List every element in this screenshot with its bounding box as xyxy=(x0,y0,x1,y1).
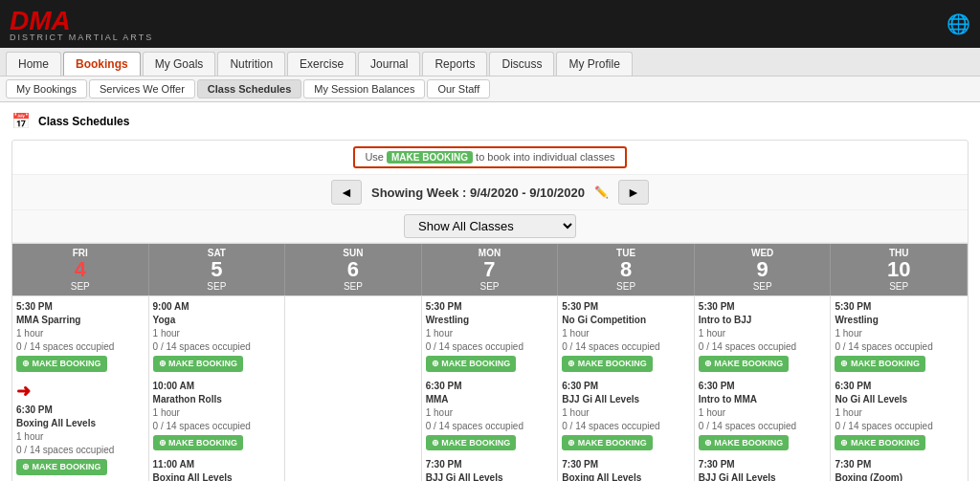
make-booking-button[interactable]: MAKE BOOKING xyxy=(699,435,790,451)
class-item: 11:00 AM Boxing All Levels 1 hour 0 / 14… xyxy=(153,458,281,481)
make-booking-button[interactable]: MAKE BOOKING xyxy=(16,356,107,372)
class-item: 7:30 PM Boxing (Zoom) 1 hour 0 / 14 spac… xyxy=(835,458,964,481)
month-abbr: SEP xyxy=(560,281,692,292)
class-item: 7:30 PM BJJ Gi All Levels 1 hour 0 / 14 … xyxy=(426,458,554,481)
main-nav-item-nutrition[interactable]: Nutrition xyxy=(217,52,285,76)
main-nav-item-bookings[interactable]: Bookings xyxy=(63,52,141,76)
make-booking-button[interactable]: MAKE BOOKING xyxy=(835,356,925,372)
make-booking-button[interactable]: MAKE BOOKING xyxy=(562,356,653,372)
class-name: BJJ Gi All Levels xyxy=(699,471,827,481)
class-duration: 1 hour xyxy=(835,327,964,340)
class-time: 6:30 PM xyxy=(562,380,690,393)
day-number: 6 xyxy=(287,258,419,281)
class-name: MMA Sparring xyxy=(16,314,145,327)
class-name: Wrestling xyxy=(835,314,964,327)
class-name: Intro to MMA xyxy=(699,393,827,406)
class-name: MMA xyxy=(426,393,554,406)
main-nav-item-discuss[interactable]: Discuss xyxy=(489,52,554,76)
calendar-body: 5:30 PM MMA Sparring 1 hour 0 / 14 space… xyxy=(12,295,968,481)
class-name: Yoga xyxy=(153,314,281,327)
class-spaces: 0 / 14 spaces occupied xyxy=(153,420,281,433)
main-nav-item-my-goals[interactable]: My Goals xyxy=(143,52,216,76)
make-booking-button[interactable]: MAKE BOOKING xyxy=(426,435,517,451)
main-nav-item-exercise[interactable]: Exercise xyxy=(287,52,356,76)
class-time: 5:30 PM xyxy=(562,300,690,314)
class-name: BJJ Gi All Levels xyxy=(426,471,554,481)
red-arrow-indicator: ➜ xyxy=(16,380,31,404)
class-item: ➜ 6:30 PM Boxing All Levels 1 hour 0 / 1… xyxy=(16,380,145,475)
class-item: 9:00 AM Yoga 1 hour 0 / 14 spaces occupi… xyxy=(153,300,281,372)
class-name: Wrestling xyxy=(426,314,554,327)
month-abbr: SEP xyxy=(424,281,556,292)
class-filter-select[interactable]: Show All Classes xyxy=(404,214,576,238)
class-item: 6:30 PM MMA 1 hour 0 / 14 spaces occupie… xyxy=(426,380,554,451)
make-booking-badge: MAKE BOOKING xyxy=(387,151,473,164)
class-time: 6:30 PM xyxy=(835,380,964,393)
page-title-row: 📅 Class Schedules xyxy=(11,112,969,130)
main-nav: HomeBookingsMy GoalsNutritionExerciseJou… xyxy=(0,48,980,77)
class-time: 7:30 PM xyxy=(426,458,554,471)
class-name: Boxing All Levels xyxy=(16,417,145,430)
class-spaces: 0 / 14 spaces occupied xyxy=(426,420,554,433)
class-name: No Gi Competition xyxy=(562,314,690,327)
make-booking-button[interactable]: MAKE BOOKING xyxy=(16,459,107,475)
main-nav-item-journal[interactable]: Journal xyxy=(358,52,420,76)
logo-full: DISTRICT MARTIAL ARTS xyxy=(10,33,153,42)
make-booking-button[interactable]: MAKE BOOKING xyxy=(153,435,244,451)
day-header-thu: THU 10 SEP xyxy=(831,244,968,295)
calendar-container: Use MAKE BOOKING to book into individual… xyxy=(11,140,969,481)
class-item: 6:30 PM No Gi All Levels 1 hour 0 / 14 s… xyxy=(835,380,964,451)
class-time: 7:30 PM xyxy=(835,458,964,471)
notice-text: Use xyxy=(365,151,384,163)
make-booking-button[interactable]: MAKE BOOKING xyxy=(699,356,790,372)
class-time: 5:30 PM xyxy=(16,300,145,314)
prev-week-button[interactable]: ◄ xyxy=(331,180,362,205)
make-booking-button[interactable]: MAKE BOOKING xyxy=(835,435,925,451)
day-cell-sat: 9:00 AM Yoga 1 hour 0 / 14 spaces occupi… xyxy=(149,296,286,481)
class-time: 9:00 AM xyxy=(153,300,281,314)
main-nav-item-my-profile[interactable]: My Profile xyxy=(556,52,632,76)
month-abbr: SEP xyxy=(14,281,146,292)
day-header-mon: MON 7 SEP xyxy=(422,244,559,295)
class-spaces: 0 / 14 spaces occupied xyxy=(562,340,690,354)
class-time: 5:30 PM xyxy=(699,300,827,314)
class-name: Intro to BJJ xyxy=(699,314,827,327)
sub-nav: My BookingsServices We OfferClass Schedu… xyxy=(0,77,980,102)
day-number: 8 xyxy=(560,258,692,281)
calendar-icon: 📅 xyxy=(11,112,31,130)
class-duration: 1 hour xyxy=(562,406,690,420)
top-header: DMA DISTRICT MARTIAL ARTS 🌐 xyxy=(0,0,980,48)
class-spaces: 0 / 14 spaces occupied xyxy=(426,340,554,354)
day-number: 9 xyxy=(697,258,829,281)
next-week-button[interactable]: ► xyxy=(618,180,649,205)
class-duration: 1 hour xyxy=(153,327,281,340)
make-booking-button[interactable]: MAKE BOOKING xyxy=(153,356,244,372)
class-duration: 1 hour xyxy=(699,327,827,340)
sub-nav-item-our-staff[interactable]: Our Staff xyxy=(427,79,490,98)
day-number: 7 xyxy=(424,258,556,281)
main-nav-item-home[interactable]: Home xyxy=(6,52,61,76)
notice-bar: Use MAKE BOOKING to book into individual… xyxy=(12,141,968,175)
notice-box: Use MAKE BOOKING to book into individual… xyxy=(353,146,626,168)
class-item: 5:30 PM Intro to BJJ 1 hour 0 / 14 space… xyxy=(699,300,827,372)
class-item: 10:00 AM Marathon Rolls 1 hour 0 / 14 sp… xyxy=(153,380,281,451)
sub-nav-item-services-we-offer[interactable]: Services We Offer xyxy=(89,79,195,98)
make-booking-button[interactable]: MAKE BOOKING xyxy=(562,435,653,451)
class-time: 7:30 PM xyxy=(562,458,690,471)
class-item: 7:30 PM Boxing All Levels 1 hour 0 / 14 … xyxy=(562,458,690,481)
sub-nav-item-class-schedules[interactable]: Class Schedules xyxy=(197,79,301,98)
day-number: 5 xyxy=(151,258,283,281)
class-time: 11:00 AM xyxy=(153,458,281,471)
day-number: 10 xyxy=(833,258,965,281)
sub-nav-item-my-bookings[interactable]: My Bookings xyxy=(6,79,87,98)
main-nav-item-reports[interactable]: Reports xyxy=(422,52,487,76)
class-time: 6:30 PM xyxy=(699,380,827,393)
class-spaces: 0 / 14 spaces occupied xyxy=(835,340,964,354)
make-booking-button[interactable]: MAKE BOOKING xyxy=(426,356,517,372)
class-spaces: 0 / 14 spaces occupied xyxy=(153,340,281,354)
class-time: 10:00 AM xyxy=(153,380,281,393)
day-cell-mon: 5:30 PM Wrestling 1 hour 0 / 14 spaces o… xyxy=(422,296,559,481)
month-abbr: SEP xyxy=(287,281,419,292)
class-duration: 1 hour xyxy=(835,406,964,420)
sub-nav-item-my-session-balances[interactable]: My Session Balances xyxy=(303,79,425,98)
